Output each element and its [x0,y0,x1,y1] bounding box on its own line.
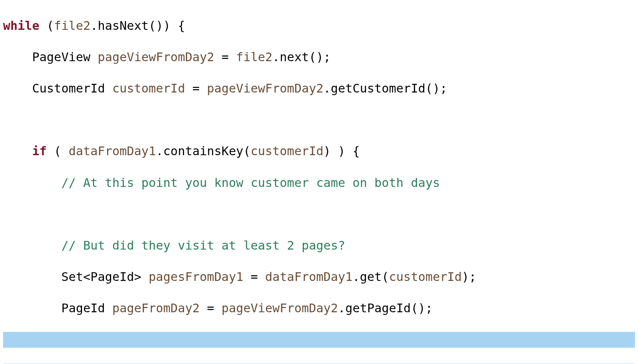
code-text: . [90,19,98,33]
code-line: Set<PageId> pagesFromDay1 = dataFromDay1… [3,269,635,285]
code-line: // But did they visit at least 2 pages? [3,238,635,254]
indent [3,81,32,96]
method-name: hasNext [98,19,149,33]
code-text: ( [47,144,69,158]
method-name: next [280,50,309,64]
identifier: customerId [251,144,324,158]
indent [3,270,61,284]
code-text: = [243,270,265,284]
code-text: = [200,301,221,315]
keyword-while: while [3,19,39,33]
code-text: . [273,50,280,64]
method-name: getPageId [345,301,410,315]
code-text: . [338,301,345,315]
comment: // At this point you know customer came … [61,176,440,190]
code-line: PageId pageFromDay2 = pageViewFromDay2.g… [3,301,635,316]
identifier: file2 [54,19,90,33]
type-name: PageView [32,50,98,64]
comment: // But did they visit at least 2 pages? [61,238,345,253]
identifier: dataFromDay1 [265,270,353,284]
code-text: ); [462,270,477,284]
identifier: pagesFromDay1 [149,270,243,284]
code-text: (); [309,50,331,64]
type-name: Set<PageId> [61,270,149,284]
code-line: if ( dataFromDay1.containsKey(customerId… [3,143,635,159]
code-line: while (file2.hasNext()) { [3,18,635,34]
code-text: = [185,81,207,96]
identifier: file2 [236,50,273,64]
code-text: . [353,270,360,284]
code-text: ( [382,270,389,284]
code-text: (); [425,81,447,96]
code-line: // At this point you know customer came … [3,175,635,191]
code-line: PageView pageViewFromDay2 = file2.next()… [3,49,635,65]
code-text: = [214,50,236,64]
method-name: getCustomerId [331,81,425,96]
identifier: customerId [389,270,462,284]
identifier: pageFromDay2 [112,301,200,315]
identifier: customerId [112,81,185,96]
code-block: while (file2.hasNext()) { PageView pageV… [0,0,638,364]
identifier: pageViewFromDay2 [207,81,323,96]
indent [3,238,61,253]
identifier: pageViewFromDay2 [221,301,338,315]
method-name: get [360,270,382,284]
blank-line [3,112,635,128]
code-text: ( [243,144,251,158]
identifier: pageViewFromDay2 [98,50,214,64]
code-text: . [156,144,163,158]
identifier: dataFromDay1 [68,144,156,158]
code-text: ()) { [149,19,185,33]
method-name: containsKey [163,144,243,158]
indent [3,144,32,158]
code-text: ( [39,19,54,33]
indent [3,301,61,315]
code-line: CustomerId customerId = pageViewFromDay2… [3,81,635,97]
keyword-if: if [32,144,47,158]
code-text: (); [411,301,433,315]
code-text: ) ) { [324,144,360,158]
type-name: PageId [61,301,112,315]
indent [3,50,32,64]
type-name: CustomerId [32,81,112,96]
blank-line-highlighted [3,332,635,348]
indent [3,176,61,190]
blank-line [3,207,635,222]
code-text: . [324,81,331,96]
